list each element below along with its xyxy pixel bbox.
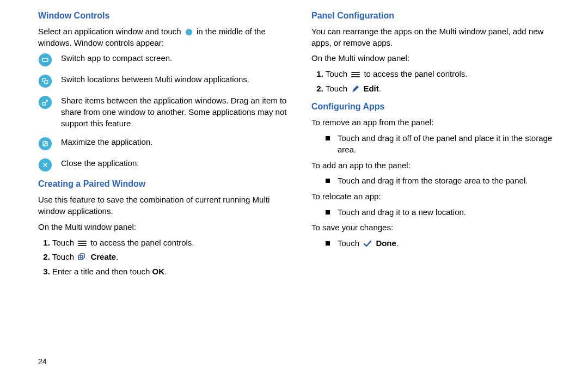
heading-panel-configuration: Panel Configuration [311,11,563,21]
svg-rect-1 [42,58,48,62]
cpw-step3-a: Enter a title and then touch [52,267,152,276]
wc-intro-a: Select an application window and touch [38,27,181,36]
cpw-step-1: Touch to access the panel controls. [52,237,290,249]
wc-item-switch: Switch locations between Multi window ap… [38,74,290,88]
pc-step2-b: Edit [363,84,378,93]
ca-save-a: Touch [338,238,359,248]
ca-add-item: Touch and drag it from the storage area … [326,175,563,187]
ca-save-label: To save your changes: [311,222,563,234]
right-column: Panel Configuration You can rearrange th… [306,11,563,281]
cpw-step1-b: to access the panel controls. [90,238,194,247]
pc-step1-b: to access the panel controls. [364,69,467,78]
cpw-step-2: Touch Create. [52,252,290,263]
hamburger-icon [78,240,87,247]
pc-step2-a: Touch [326,84,347,93]
wc-item-share: Share items between the application wind… [38,95,290,129]
ca-add-label: To add an app to the panel: [311,160,563,171]
wc-item-text: Switch app to compact screen. [61,53,172,64]
ca-add-list: Touch and drag it from the storage area … [311,175,563,187]
wc-item-text: Maximize the application. [61,137,152,148]
ca-remove-list: Touch and drag it off of the panel and p… [311,133,563,155]
wc-item-text: Close the application. [61,158,139,169]
cpw-step1-a: Touch [52,238,74,247]
heading-configuring-apps: Configuring Apps [311,102,563,112]
pc-step-2: Touch Edit. [326,83,563,95]
cpw-on: On the Multi window panel: [38,222,290,233]
share-items-icon [38,95,52,109]
ca-relocate-item: Touch and drag it to a new location. [326,207,563,218]
ca-save-list: Touch Done. [311,238,563,249]
pc-intro: You can rearrange the apps on the Multi … [311,26,563,48]
cpw-steps: Touch to access the panel controls. Touc… [38,237,290,278]
pc-step1-a: Touch [326,69,347,78]
hamburger-icon [351,71,360,78]
page-number: 24 [38,357,47,366]
cpw-step-3: Enter a title and then touch OK. [52,266,290,278]
cpw-step2-a: Touch [52,252,74,261]
left-column: Window Controls Select an application wi… [38,11,306,281]
pc-step-1: Touch to access the panel controls. [326,69,563,80]
dot-icon [185,28,193,36]
cpw-intro: Use this feature to save the combination… [38,194,290,217]
close-icon [38,158,52,171]
wc-item-compact: Switch app to compact screen. [38,53,290,66]
pc-steps: Touch to access the panel controls. Touc… [311,69,563,94]
window-controls-list: Switch app to compact screen. Switch loc… [38,53,290,171]
cpw-step3-c: . [164,267,167,276]
edit-pencil-icon [351,85,359,93]
ca-save-item: Touch Done. [326,238,563,249]
heading-window-controls: Window Controls [38,11,290,21]
wc-item-maximize: Maximize the application. [38,137,290,150]
cpw-step2-c: . [116,252,118,261]
create-icon [78,253,87,262]
wc-intro: Select an application window and touch i… [38,26,290,48]
maximize-icon [38,137,52,150]
cpw-step2-b: Create [90,252,116,261]
wc-item-text: Share items between the application wind… [61,95,290,129]
ca-save-b: Done [376,238,396,248]
compact-screen-icon [38,53,52,66]
wc-item-close: Close the application. [38,158,290,171]
heading-creating-paired-window: Creating a Paired Window [38,179,290,189]
switch-location-icon [38,74,52,88]
cpw-step3-b: OK [152,267,164,276]
ca-remove-item: Touch and drag it off of the panel and p… [326,133,563,155]
pc-on: On the Multi window panel: [311,53,563,64]
pc-step2-c: . [379,84,381,93]
ca-relocate-list: Touch and drag it to a new location. [311,207,563,218]
ca-relocate-label: To relocate an app: [311,191,563,203]
svg-point-0 [186,29,192,35]
wc-item-text: Switch locations between Multi window ap… [61,74,249,85]
svg-rect-4 [42,102,46,105]
checkmark-icon [363,240,372,248]
ca-save-c: . [396,238,399,248]
svg-rect-3 [45,81,48,84]
ca-remove-label: To remove an app from the panel: [311,117,563,128]
